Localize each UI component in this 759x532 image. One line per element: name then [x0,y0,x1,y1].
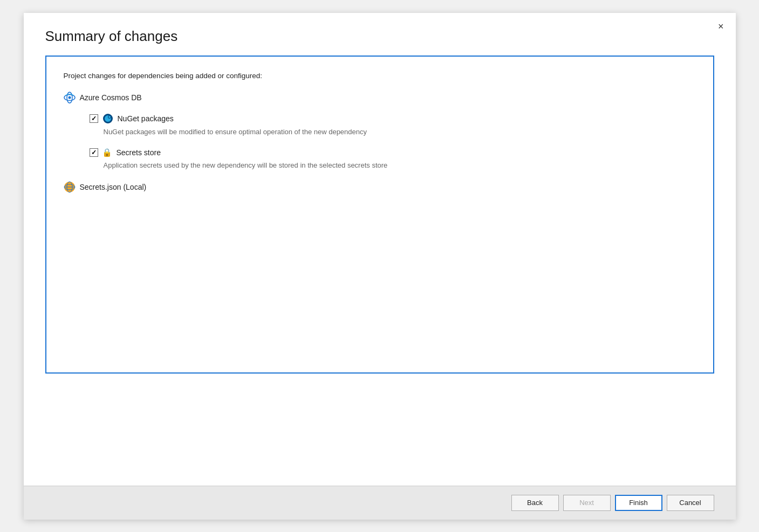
back-button[interactable]: Back [511,495,559,511]
changes-description: Project changes for dependencies being a… [64,72,696,80]
secrets-store-icon: 🔒 [102,148,112,157]
secrets-json-label: Secrets.json (Local) [80,183,147,191]
finish-button[interactable]: Finish [615,495,662,511]
sub-items: NuGet packages NuGet packages will be mo… [90,113,696,170]
secrets-store-checkbox[interactable] [90,148,98,157]
dialog-header: Summary of changes [24,13,736,56]
secrets-store-label: Secrets store [117,148,161,157]
page-title: Summary of changes [45,28,714,45]
close-button[interactable]: × [715,19,727,33]
dialog: × Summary of changes Project changes for… [24,13,736,520]
secrets-json-icon [64,181,76,193]
nuget-header: NuGet packages [90,113,696,124]
secrets-store-description: Application secrets used by the new depe… [104,161,696,170]
dialog-content: Project changes for dependencies being a… [24,56,736,486]
next-button[interactable]: Next [563,495,611,511]
secrets-json-item: Secrets.json (Local) [64,181,696,193]
azure-cosmos-db-item: Azure Cosmos DB [64,92,696,103]
nuget-packages-item: NuGet packages NuGet packages will be mo… [90,113,696,137]
nuget-checkbox[interactable] [90,114,98,123]
nuget-label: NuGet packages [118,114,174,123]
svg-point-2 [68,96,71,99]
azure-cosmos-db-icon [64,92,76,103]
secrets-store-item: 🔒 Secrets store Application secrets used… [90,148,696,170]
changes-box: Project changes for dependencies being a… [45,56,714,374]
cancel-button[interactable]: Cancel [667,495,714,511]
dialog-footer: Back Next Finish Cancel [24,486,736,520]
secrets-store-header: 🔒 Secrets store [90,148,696,157]
nuget-icon [102,113,113,124]
azure-cosmos-db-label: Azure Cosmos DB [80,93,142,102]
nuget-description: NuGet packages will be modified to ensur… [104,127,696,137]
svg-point-6 [108,116,111,118]
